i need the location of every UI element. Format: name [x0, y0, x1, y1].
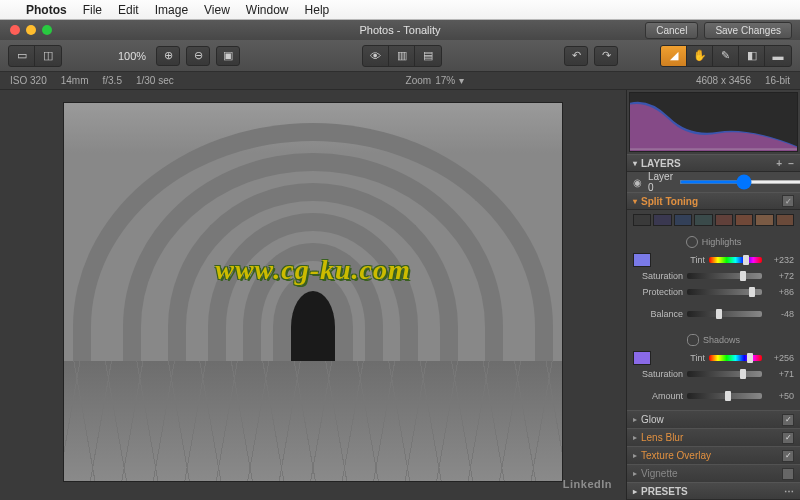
texture-label: Texture Overlay [641, 450, 711, 461]
zoom-out-icon[interactable]: ⊖ [186, 46, 210, 66]
zoom-dropdown-icon[interactable]: ▾ [459, 75, 464, 86]
menu-window[interactable]: Window [246, 3, 289, 17]
menu-image[interactable]: Image [155, 3, 188, 17]
lens-blur-label: Lens Blur [641, 432, 683, 443]
visibility-icon[interactable]: ◉ [633, 177, 642, 188]
saturation-label: Saturation [633, 271, 683, 281]
balance-slider[interactable] [687, 311, 762, 317]
quick-preview-icon[interactable]: 👁 [363, 46, 389, 66]
swatch[interactable] [755, 214, 773, 226]
layer-row[interactable]: ◉ Layer 0 100 [627, 172, 800, 192]
disclosure-icon[interactable]: ▾ [633, 159, 637, 168]
minimize-icon[interactable] [26, 25, 36, 35]
histogram-toggle-icon[interactable]: ◢ [661, 46, 687, 66]
amount-slider[interactable] [687, 393, 762, 399]
cloud-icon [687, 334, 699, 346]
menu-edit[interactable]: Edit [118, 3, 139, 17]
menu-app[interactable]: Photos [26, 3, 67, 17]
zoom-in-icon[interactable]: ⊕ [156, 46, 180, 66]
close-icon[interactable] [10, 25, 20, 35]
glow-section[interactable]: ▸Glow✓ [627, 410, 800, 428]
layer-name[interactable]: Layer 0 [648, 171, 673, 193]
remove-layer-icon[interactable]: − [788, 158, 794, 169]
presets-header[interactable]: ▸PRESETS⋯ [627, 482, 800, 500]
right-panel: ▾ LAYERS +− ◉ Layer 0 100 ▾ Split Toning… [626, 90, 800, 500]
canvas-area[interactable]: www.cg-ku.com LinkedIn [0, 90, 626, 500]
shadows-tint-value: +256 [766, 353, 794, 363]
cancel-button[interactable]: Cancel [645, 22, 698, 39]
image-dimensions: 4608 x 3456 [696, 75, 751, 86]
texture-section[interactable]: ▸Texture Overlay✓ [627, 446, 800, 464]
menu-view[interactable]: View [204, 3, 230, 17]
lens-blur-checkbox[interactable]: ✓ [782, 432, 794, 444]
redo-icon[interactable]: ↷ [594, 46, 618, 66]
tint-label: Tint [655, 353, 705, 363]
hand-tool-icon[interactable]: ✋ [687, 46, 713, 66]
shadows-sat-slider[interactable] [687, 371, 762, 377]
highlights-sat-slider[interactable] [687, 273, 762, 279]
window-title: Photos - Tonality [359, 24, 440, 36]
right-tools-segment[interactable]: ◢ ✋ ✎ ◧ ▬ [660, 45, 792, 67]
split-toning-header[interactable]: ▾ Split Toning ✓ [627, 192, 800, 210]
swatch[interactable] [633, 214, 651, 226]
toolbar: ▭ ◫ 100% ⊕ ⊖ ▣ 👁 ▥ ▤ ↶ ↷ ◢ ✋ ✎ ◧ ▬ [0, 40, 800, 72]
histogram[interactable] [629, 92, 798, 152]
single-view-icon[interactable]: ▭ [9, 46, 35, 66]
vignette-checkbox[interactable] [782, 468, 794, 480]
swatch[interactable] [776, 214, 794, 226]
gradient-tool-icon[interactable]: ▬ [765, 46, 791, 66]
section-checkbox[interactable]: ✓ [782, 195, 794, 207]
swatch[interactable] [735, 214, 753, 226]
add-layer-icon[interactable]: + [776, 158, 782, 169]
amount-label: Amount [633, 391, 683, 401]
watermark-text: www.cg-ku.com [215, 254, 411, 286]
preview-segment[interactable]: 👁 ▥ ▤ [362, 45, 442, 67]
split-toning-title: Split Toning [641, 196, 698, 207]
split-view-icon[interactable]: ◫ [35, 46, 61, 66]
zoom-label[interactable]: 100% [114, 50, 150, 62]
brush-tool-icon[interactable]: ✎ [713, 46, 739, 66]
balance-label: Balance [633, 309, 683, 319]
menu-file[interactable]: File [83, 3, 102, 17]
vignette-section[interactable]: ▸Vignette [627, 464, 800, 482]
amount-value: +50 [766, 391, 794, 401]
highlights-sat-value: +72 [766, 271, 794, 281]
traffic-lights [0, 25, 52, 35]
shadows-color[interactable] [633, 351, 651, 365]
balance-value: -48 [766, 309, 794, 319]
shadows-group: Shadows Tint +256 Saturation +71 Amount … [627, 328, 800, 410]
highlights-prot-slider[interactable] [687, 289, 762, 295]
highlights-color[interactable] [633, 253, 651, 267]
layers-header[interactable]: ▾ LAYERS +− [627, 154, 800, 172]
highlights-tint-slider[interactable] [709, 257, 762, 263]
compare-icon[interactable]: ▥ [389, 46, 415, 66]
undo-icon[interactable]: ↶ [564, 46, 588, 66]
eraser-tool-icon[interactable]: ◧ [739, 46, 765, 66]
shadows-tint-slider[interactable] [709, 355, 762, 361]
highlights-tint-value: +232 [766, 255, 794, 265]
texture-checkbox[interactable]: ✓ [782, 450, 794, 462]
lens-blur-section[interactable]: ▸Lens Blur✓ [627, 428, 800, 446]
menu-help[interactable]: Help [305, 3, 330, 17]
swatch[interactable] [694, 214, 712, 226]
linkedin-badge: LinkedIn [563, 478, 612, 490]
glow-checkbox[interactable]: ✓ [782, 414, 794, 426]
window-titlebar: Photos - Tonality Cancel Save Changes [0, 20, 800, 40]
before-after-icon[interactable]: ▤ [415, 46, 441, 66]
presets-label: PRESETS [641, 486, 688, 497]
zoom-percent[interactable]: 17% [435, 75, 455, 86]
save-changes-button[interactable]: Save Changes [704, 22, 792, 39]
fullscreen-icon[interactable] [42, 25, 52, 35]
layers-title: LAYERS [641, 158, 681, 169]
swatch[interactable] [653, 214, 671, 226]
disclosure-icon[interactable]: ▾ [633, 197, 637, 206]
shadows-label: Shadows [703, 335, 740, 345]
layer-opacity-slider[interactable] [679, 180, 800, 184]
view-mode-segment[interactable]: ▭ ◫ [8, 45, 62, 67]
presets-menu-icon[interactable]: ⋯ [784, 486, 794, 497]
photo-preview[interactable]: www.cg-ku.com [63, 102, 563, 482]
swatch[interactable] [674, 214, 692, 226]
iso-value: ISO 320 [10, 75, 47, 86]
swatch[interactable] [715, 214, 733, 226]
fit-screen-icon[interactable]: ▣ [216, 46, 240, 66]
